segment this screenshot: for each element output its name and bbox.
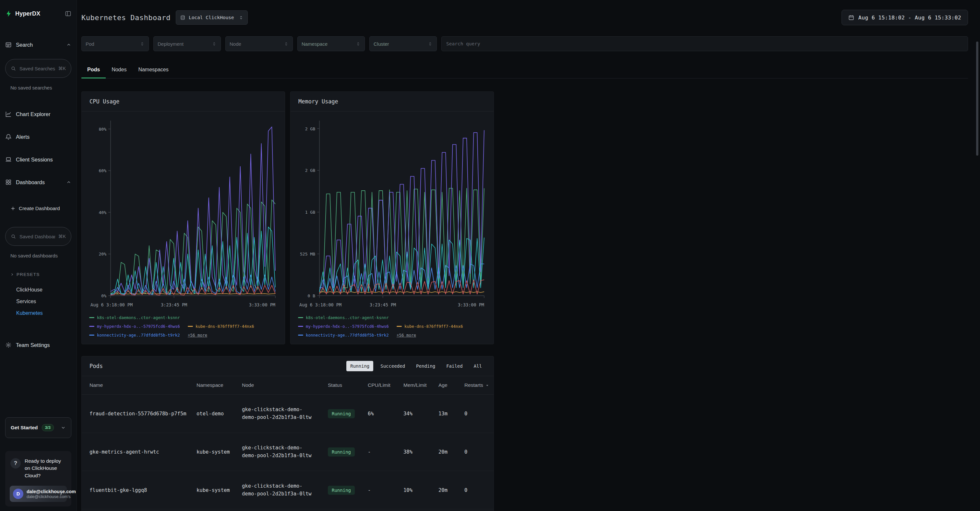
cell-name: fluentbit-gke-lggq8	[89, 487, 197, 493]
legend-item[interactable]: kube-dns-876ff9ff7-44nx6	[397, 324, 463, 329]
legend-item[interactable]: konnectivity-age..77dfdd8f5b-t9rk2	[89, 333, 180, 337]
avatar: D	[13, 489, 23, 499]
saved-dashboards-input[interactable]: ⌘K	[5, 227, 72, 246]
sidebar-spacer	[5, 352, 72, 417]
cell-age: 13m	[438, 411, 465, 417]
column-header-restarts[interactable]: Restarts	[465, 382, 489, 388]
sidebar-preset-kubernetes[interactable]: Kubernetes	[5, 307, 72, 319]
user-email: dale@clickhouse.com	[27, 489, 55, 494]
search-query-box[interactable]	[441, 36, 968, 51]
column-header-node[interactable]: Node	[242, 382, 328, 388]
tab-namespaces[interactable]: Namespaces	[132, 62, 174, 78]
status-filter-pending[interactable]: Pending	[412, 361, 439, 371]
select-chevrons-icon	[428, 41, 433, 46]
chart-legend: k8s-otel-daemons..ctor-agent-ksnnrmy-hyp…	[298, 315, 486, 337]
presets-toggle[interactable]: PRESETS	[5, 271, 72, 278]
column-header-namespace[interactable]: Namespace	[197, 382, 242, 388]
date-range-picker[interactable]: Aug 6 15:18:02 - Aug 6 15:33:02	[842, 10, 968, 25]
legend-more-link[interactable]: +56 more	[397, 333, 416, 337]
sidebar-preset-clickhouse[interactable]: ClickHouse	[5, 284, 72, 296]
search-query-input[interactable]	[446, 41, 963, 46]
sidebar-item-client-sessions[interactable]: Client Sessions	[5, 153, 72, 166]
main-content: Kubernetes Dashboard Local ClickHouse Au…	[77, 0, 980, 511]
collapse-sidebar-icon[interactable]	[65, 10, 72, 17]
create-dashboard-button[interactable]: Create Dashboard	[5, 203, 72, 214]
cell-name: fraud-detection-55776d678b-p7f5m	[89, 411, 197, 417]
legend-series-name: my-hyperdx-hdx-o..-57975fcd6-4hws6	[97, 324, 180, 329]
sidebar-item-label: Alerts	[16, 134, 30, 140]
pod-filter-select[interactable]: Pod	[81, 36, 149, 51]
status-filter-running[interactable]: Running	[346, 361, 373, 371]
status-filter-group: Running Succeeded Pending Failed All	[346, 361, 486, 371]
get-started-button[interactable]: Get Started 3/3	[5, 417, 72, 438]
legend-item[interactable]: k8s-otel-daemons..ctor-agent-ksnnr	[298, 315, 389, 320]
legend-item[interactable]: my-hyperdx-hdx-o..-57975fcd6-4hws6	[298, 324, 389, 329]
chart-plot[interactable]: 80%60%40%20%0%Aug 6 3:18:00 PM3:23:45 PM…	[89, 117, 277, 311]
chart-explorer-icon	[5, 111, 12, 117]
date-range-value: Aug 6 15:18:02 - Aug 6 15:33:02	[858, 14, 961, 21]
chart-plot[interactable]: 2 GB2 GB1 GB525 MB0 BAug 6 3:18:00 PM3:2…	[298, 117, 486, 311]
sidebar-item-label: Dashboards	[16, 179, 45, 185]
charts-row: CPU Usage 80%60%40%20%0%Aug 6 3:18:00 PM…	[81, 91, 968, 344]
sidebar-preset-services[interactable]: Services	[5, 296, 72, 307]
source-select[interactable]: Local ClickHouse	[176, 10, 248, 25]
tab-nodes[interactable]: Nodes	[106, 62, 132, 78]
sidebar-item-chart-explorer[interactable]: Chart Explorer	[5, 108, 72, 121]
legend-item[interactable]: k8s-otel-daemons..ctor-agent-ksnnr	[89, 315, 180, 320]
chart-title: Memory Usage	[291, 92, 493, 111]
gear-icon	[5, 342, 12, 348]
cluster-filter-select[interactable]: Cluster	[369, 36, 437, 51]
cell-namespace: kube-system	[197, 449, 242, 455]
table-row[interactable]: fraud-detection-55776d678b-p7f5m otel-de…	[82, 395, 493, 433]
cell-restarts: 0	[465, 449, 486, 455]
chevron-up-icon	[66, 42, 72, 47]
status-filter-failed[interactable]: Failed	[442, 361, 467, 371]
user-menu[interactable]: D dale@clickhouse.com dale@clickhouse.co…	[10, 486, 67, 502]
legend-item[interactable]: my-hyperdx-hdx-o..-57975fcd6-4hws6	[89, 324, 180, 329]
column-header-cpu[interactable]: CPU/Limit	[368, 382, 403, 388]
column-header-status[interactable]: Status	[328, 382, 368, 388]
search-section-icon	[5, 41, 12, 48]
node-filter-select[interactable]: Node	[225, 36, 293, 51]
sidebar-item-label: Client Sessions	[16, 157, 53, 163]
sidebar-item-alerts[interactable]: Alerts	[5, 131, 72, 143]
table-row[interactable]: gke-clickstack-demo-demo-pool-2d2b1f3a-0…	[82, 509, 493, 511]
svg-text:20%: 20%	[99, 252, 107, 256]
sidebar-item-search[interactable]: Search	[5, 38, 72, 51]
app-name: HyperDX	[15, 10, 40, 17]
legend-more-link[interactable]: +56 more	[188, 333, 207, 337]
cloud-promo[interactable]: ? Ready to deploy on ClickHouse Cloud?	[10, 455, 67, 482]
cell-status: Running	[328, 447, 368, 457]
cluster-filter-label: Cluster	[374, 41, 428, 47]
sidebar-item-team-settings[interactable]: Team Settings	[5, 339, 72, 352]
svg-text:3:23:45 PM: 3:23:45 PM	[161, 302, 187, 307]
help-icon[interactable]: ?	[10, 458, 21, 468]
sidebar-item-dashboards[interactable]: Dashboards	[5, 176, 72, 189]
chevron-right-icon	[58, 491, 64, 497]
legend-item[interactable]: kube-dns-876ff9ff7-44nx6	[188, 324, 254, 329]
saved-dashboards-field[interactable]	[19, 234, 55, 239]
pod-filter-label: Pod	[86, 41, 140, 47]
calendar-icon	[848, 14, 854, 21]
column-header-name[interactable]: Name	[89, 382, 197, 388]
svg-text:3:33:00 PM: 3:33:00 PM	[249, 302, 275, 307]
saved-searches-field[interactable]	[19, 66, 55, 71]
svg-text:0 B: 0 B	[308, 293, 315, 298]
search-icon	[11, 234, 16, 239]
bell-icon	[5, 134, 12, 140]
tab-pods[interactable]: Pods	[81, 62, 106, 78]
tab-bar: Pods Nodes Namespaces	[81, 62, 968, 78]
vertical-scrollbar[interactable]	[976, 41, 978, 156]
cell-cpu: -	[368, 487, 403, 493]
table-row[interactable]: gke-metrics-agent-hrwtc kube-system gke-…	[82, 433, 493, 471]
table-row[interactable]: fluentbit-gke-lggq8 kube-system gke-clic…	[82, 471, 493, 509]
status-filter-succeeded[interactable]: Succeeded	[377, 361, 409, 371]
deployment-filter-select[interactable]: Deployment	[153, 36, 221, 51]
status-filter-all[interactable]: All	[470, 361, 486, 371]
saved-searches-input[interactable]: ⌘K	[5, 59, 72, 78]
column-header-mem[interactable]: Mem/Limit	[403, 382, 438, 388]
legend-item[interactable]: konnectivity-age..77dfdd8f5b-t9rk2	[298, 333, 389, 337]
get-started-progress-badge: 3/3	[42, 424, 54, 431]
namespace-filter-select[interactable]: Namespace	[298, 36, 365, 51]
column-header-age[interactable]: Age	[438, 382, 465, 388]
